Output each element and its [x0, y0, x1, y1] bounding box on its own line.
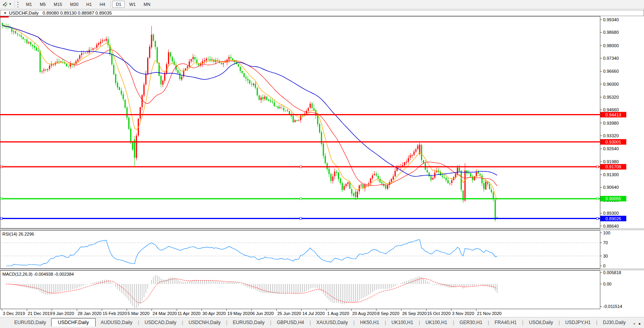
chart-tab-eurusd-daily[interactable]: EURUSD,Daily	[228, 319, 270, 327]
price-tick-label: 0.93320	[603, 133, 619, 138]
chart-tab-usdchf-daily[interactable]: USDCHF,Daily	[51, 318, 96, 327]
timeframe-button-w1[interactable]: W1	[125, 1, 139, 8]
cursor-tool-button[interactable]: ▼	[0, 0, 13, 8]
tab-scroll-left-icon[interactable]: ◂	[633, 321, 635, 326]
chart-tab-ger30-h1[interactable]: GER30,H1	[454, 319, 487, 327]
candle-body	[229, 57, 230, 60]
chart-tab-usoil-daily[interactable]: USOil,Daily	[524, 319, 558, 327]
timeframe-button-m15[interactable]: M15	[50, 1, 65, 8]
candle-body	[149, 46, 150, 57]
timeframe-button-h4[interactable]: H4	[96, 1, 109, 8]
price-chart-plot[interactable]: 0.993400.986800.980000.973400.966600.960…	[0, 16, 644, 228]
candle-body	[47, 69, 48, 70]
candle-body	[411, 155, 413, 156]
candle-body	[153, 35, 154, 41]
hline-handle[interactable]	[596, 166, 598, 168]
candle-body	[466, 170, 467, 173]
candle-body	[393, 177, 394, 180]
candle-body	[319, 124, 320, 132]
timeframe-button-m1[interactable]: M1	[22, 1, 35, 8]
date-tick-label: 24 Mar 2020	[153, 311, 177, 316]
timeframe-button-m30[interactable]: M30	[66, 1, 82, 8]
rsi-tick-label: 70	[603, 240, 608, 245]
hline-handle[interactable]	[596, 198, 598, 200]
macd-tick-label: 0.005818	[603, 270, 621, 275]
candle-body	[449, 183, 450, 184]
hline-handle[interactable]	[300, 166, 302, 168]
candle-body	[347, 182, 349, 184]
hline-handle[interactable]	[0, 166, 2, 168]
candle-body	[89, 50, 90, 53]
hline-handle[interactable]	[0, 217, 2, 219]
candle-body	[123, 94, 124, 100]
price-tick-label: 0.96660	[603, 69, 619, 74]
chart-tab-usdcnh-daily[interactable]: USDCNH,Daily	[183, 319, 225, 327]
chart-tab-fra40-h1[interactable]: FRA40,H1	[489, 319, 522, 327]
toolbar-grip-handle[interactable]	[17, 2, 20, 7]
timeframe-button-h1[interactable]: H1	[83, 1, 95, 8]
macd-indicator-plot[interactable]: 0.0058180.00-0.011514MACD(12,26,9) -0.00…	[0, 270, 644, 309]
cursor-tool-caret-icon: ▼	[9, 3, 12, 6]
macd-histogram	[6, 275, 497, 308]
candle-body	[192, 57, 194, 59]
candle-body	[361, 185, 362, 186]
candle-body	[194, 57, 196, 59]
tab-scroll-controls: ◂ ▸	[631, 321, 644, 327]
chart-menu-icon[interactable]: ▼	[4, 11, 7, 15]
chart-tab-audusd-daily[interactable]: AUDUSD,Daily	[96, 319, 138, 327]
date-tick-label: 30 Apr 2020	[203, 311, 226, 316]
chart-tab-usdcad-daily[interactable]: USDCAD,Daily	[140, 319, 182, 327]
candle-body	[244, 73, 245, 77]
chart-tab-dj30-daily[interactable]: DJ30,Daily	[598, 319, 631, 327]
macd-tick-label: -0.011514	[603, 304, 622, 309]
candle-body	[62, 62, 63, 62]
candle-body	[211, 59, 212, 60]
tab-scroll-right-icon[interactable]: ▸	[639, 321, 641, 326]
hline-handle[interactable]	[0, 198, 2, 200]
candle-body	[276, 106, 277, 107]
candle-body	[432, 178, 434, 180]
chart-ohlc-values: 0.89080 0.89130 0.88987 0.89035	[42, 11, 112, 15]
chart-tab-xauusd-daily[interactable]: XAUUSD,Daily	[311, 319, 353, 327]
candle-body	[230, 57, 231, 58]
hline-handle[interactable]	[300, 217, 302, 219]
date-tick-label: 11 Apr 2020	[177, 311, 201, 316]
chart-tab-hk50-h1[interactable]: HK50,H1	[355, 319, 384, 327]
rsi-indicator-plot[interactable]: 10070300RSI(14) 26.2296	[0, 230, 644, 269]
candle-body	[457, 168, 458, 174]
candle-body	[96, 44, 98, 48]
timeframe-button-m5[interactable]: M5	[36, 1, 49, 8]
candle-body	[408, 158, 409, 162]
candle-body	[287, 111, 288, 111]
chart-tab-gbpusd-h4[interactable]: GBPUSD,H4	[272, 319, 309, 327]
candle-body	[262, 97, 264, 99]
price-tick-label: 0.93980	[603, 121, 619, 125]
candle-body	[28, 42, 30, 44]
chart-tab-eurusd-daily[interactable]: EURUSD,Daily	[9, 319, 51, 327]
timeframe-button-d1[interactable]: D1	[112, 1, 125, 8]
candle-body	[51, 64, 52, 66]
pane-border	[0, 271, 600, 309]
price-tick-label: 0.98000	[603, 43, 619, 48]
candle-body	[312, 103, 313, 108]
candle-body	[32, 45, 33, 46]
hline-handle[interactable]	[300, 198, 302, 200]
candle-body	[444, 177, 445, 178]
chart-tab-uk100-h1[interactable]: UK100,H1	[421, 319, 452, 327]
chart-tab-uk100-h1[interactable]: UK100,H1	[386, 319, 418, 327]
candle-body	[255, 84, 256, 88]
chart-tab-usdjpy-h1[interactable]: USDJPY,H1	[560, 319, 596, 327]
rsi-pane-label: RSI(14) 26.2296	[2, 232, 34, 236]
candle-body	[343, 186, 345, 190]
candle-body	[155, 41, 156, 47]
candle-body	[79, 55, 80, 59]
hline-handle[interactable]	[596, 217, 598, 219]
candle-body	[491, 190, 492, 192]
timeframe-button-mn[interactable]: MN	[140, 1, 154, 8]
candle-body	[351, 189, 352, 194]
candle-body	[253, 84, 254, 85]
candle-body	[34, 46, 35, 48]
candle-body	[385, 186, 386, 188]
candle-body	[147, 58, 148, 74]
candle-body	[480, 174, 481, 175]
